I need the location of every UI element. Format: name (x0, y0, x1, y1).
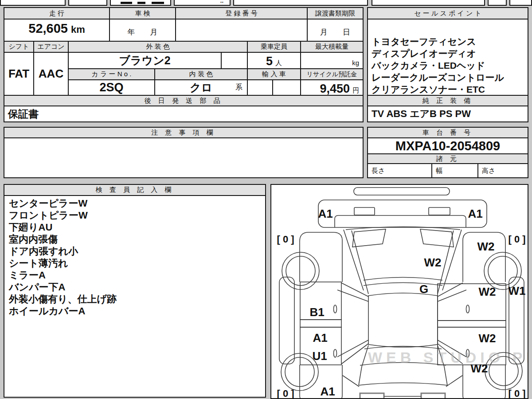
inspector-note: 外装小傷有り、仕上げ跡 (9, 293, 261, 305)
recycle-header: リサイクル預託金 (301, 69, 363, 80)
vehicle-info-table: 走 行 車 検 登 録 番 号 譲渡書類期限 52,605 km 年 月 月 日… (4, 7, 364, 122)
registration-header: 登 録 番 号 (176, 8, 308, 20)
door-handle (334, 349, 337, 357)
recycle-value: 9,450 円 (301, 80, 363, 96)
notes-body (4, 138, 363, 177)
hood-notch (335, 215, 466, 227)
spec-height-cell: 高さ (478, 164, 528, 177)
headlight-right (429, 207, 450, 215)
top-row-cell (509, 0, 532, 6)
headlight-left (354, 207, 375, 215)
door-handle (466, 349, 469, 357)
a-pillar-right (442, 230, 462, 290)
inspector-note: 下廻りAU (9, 221, 261, 233)
auction-sheet: .. 走 行 車 検 登 録 番 号 譲渡書類期限 52,605 km 年 月 … (0, 0, 532, 399)
tail-light-right (421, 393, 445, 398)
door-handle (466, 305, 469, 313)
shaken-header: 車 検 (110, 8, 176, 20)
inspector-note: ホイールカバーA (9, 305, 261, 317)
aircon-header: エアコン (34, 42, 69, 53)
exterior-color-header: 外 装 色 (69, 42, 248, 53)
damage-label-rear-left: A1 (320, 385, 335, 398)
notes-header: 注 意 事 項 欄 (4, 128, 363, 138)
damage-label-right-rocker: W1 (509, 284, 526, 297)
sales-point: トヨタセーフティセンス (372, 35, 524, 47)
front-bumper (354, 188, 450, 195)
import-header: 輸 入 車 (248, 69, 301, 80)
import-value-left (248, 80, 273, 96)
damage-diagram-box: A1 A1 W2 W2 G B1 A1 U1 W2 W2 W1 W2 A1 [ … (270, 184, 528, 399)
capacity-header: 乗車定員 (248, 42, 301, 53)
rear-right-wheel-inner (489, 356, 518, 386)
interior-color-suffix: 系 (235, 83, 243, 92)
sales-point: クリアランスソナー・ETC (372, 83, 524, 95)
chassis-value: MXPA10-2054809 (368, 138, 528, 154)
sales-points-body: トヨタセーフティセンス ディスプレイオーディオ バックカメラ・LEDヘッド レー… (368, 20, 528, 96)
rear-deck-curve (360, 363, 446, 366)
top-row-cell: .. (174, 0, 231, 6)
top-row-text-fragment (121, 2, 132, 4)
damage-label-windshield: W2 (424, 256, 442, 269)
sales-points-header: セ ー ル ス ポ イ ン ト (368, 8, 528, 20)
front-panel (318, 200, 487, 227)
color-no-header: カ ラ ー N o . (69, 69, 155, 80)
top-row-cell (68, 0, 107, 6)
damage-label-left-rear-door-lower: U1 (312, 349, 327, 363)
top-row-cell (372, 0, 485, 6)
windshield-base-curve2 (364, 283, 442, 286)
shift-header: シフト (4, 42, 34, 53)
front-left-wheel-inner (286, 256, 315, 286)
damage-label-right-front-door: W2 (479, 285, 496, 298)
interior-color-value: クロ 系 (155, 80, 248, 96)
maxload-unit: kg (352, 59, 359, 66)
inspector-table: 検 査 員 記 入 欄 センターピラーW フロントピラーW 下廻りAU 室内内張… (4, 184, 266, 398)
left-rocker-panel (279, 277, 294, 364)
chassis-table: 車 台 番 号 MXPA10-2054809 諸 元 長さ 幅 高さ (367, 127, 528, 178)
top-row-cell (0, 0, 66, 6)
damage-label-front-left: A1 (318, 207, 332, 220)
later-parts-value: 保証書 (4, 106, 363, 121)
mileage-header: 走 行 (4, 8, 110, 20)
tread-front-right: [ 0 ] (508, 234, 525, 245)
wiper-right (420, 229, 454, 247)
damage-label-right-rear-door: W2 (479, 332, 496, 345)
shift-value: FAT (4, 53, 34, 96)
inspector-note: バンパー下A (9, 281, 261, 293)
right-creases (438, 283, 466, 364)
transfer-docs-header: 譲渡書類期限 (308, 8, 363, 20)
sales-points-box: セ ー ル ス ポ イ ン ト トヨタセーフティセンス ディスプレイオーディオ … (367, 7, 528, 122)
top-row-text-fragment (152, 2, 164, 4)
top-row-text-fragment (137, 2, 145, 4)
interior-color-name: クロ (190, 80, 212, 95)
color-no-value: 2SQ (69, 80, 155, 96)
wiper-left (352, 229, 386, 247)
damage-label-left-front-door: B1 (309, 305, 324, 319)
exterior-color-value: ブラウン2 (69, 53, 222, 69)
top-row-cell (488, 0, 507, 6)
trunk-edge (359, 383, 447, 386)
left-creases (337, 283, 368, 364)
left-b-pillar (300, 320, 341, 327)
damage-label-roof: G (419, 282, 428, 296)
interior-color-header: 内 装 色 (155, 69, 248, 80)
notes-table: 注 意 事 項 欄 (4, 127, 364, 178)
shaken-value: 年 月 (110, 20, 176, 42)
chassis-header: 車 台 番 号 (368, 128, 528, 138)
inspector-note: ドア内張すれ小 (9, 245, 261, 257)
tread-front-left: [ 0 ] (277, 234, 294, 245)
spec-length-cell: 長さ (368, 164, 432, 177)
top-row-cell (233, 0, 368, 6)
damage-label-front-right: A1 (468, 207, 482, 220)
damage-label-rear-right-fender: W2 (471, 362, 488, 375)
later-parts-header: 後 日 発 送 部 品 (4, 96, 363, 106)
capacity-value: 5 人 (248, 53, 301, 69)
registration-value (176, 20, 308, 42)
inspector-note: フロントピラーW (9, 209, 261, 221)
tread-rear-left: [ 0 ] (277, 388, 294, 398)
sales-point: レーダークルーズコントロール (372, 71, 524, 83)
import-value-right (273, 80, 301, 96)
rear-window-curve (364, 346, 442, 349)
sales-point: ディスプレイオーディオ (372, 47, 524, 59)
recycle-number: 9,450 (320, 82, 350, 96)
sales-point: バックカメラ・LEDヘッド (372, 59, 524, 71)
